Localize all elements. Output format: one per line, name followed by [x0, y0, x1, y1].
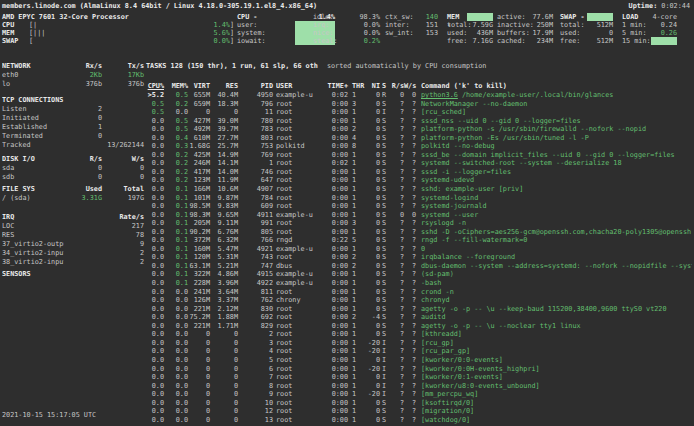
fs-header: FILE SYS	[2, 185, 64, 194]
process-row: 0.0 0.1 63.1M 5.21M 747 dbus 0:00 2 0 S …	[146, 262, 692, 271]
process-command: [kworker/0:1-events]	[421, 373, 692, 382]
swap-panel: SWAP - total:512M used:0 free:512M	[560, 13, 613, 45]
process-command: systemd-logind	[421, 194, 692, 203]
mem-gauge: MEM[|||5.6%]	[2, 29, 234, 37]
filesystem-panel: FILE SYSUsedTotal / (sda) 3.31G 197G	[2, 185, 144, 203]
process-table-header: CPU% MEM% VIRT RES PID USER TIME+ THR NI…	[146, 82, 692, 91]
swap-gauge-bar	[33, 37, 213, 45]
process-command: 0	[421, 245, 692, 254]
process-row: 0.0 0.0 0 0 10 root 0:00 1 0 S ? ? [ksof…	[146, 399, 692, 408]
host-title: members.linode.com (AlmaLinux 8.4 64bit …	[2, 2, 317, 10]
sidebar-row: sdb 0 0	[2, 173, 144, 182]
process-row: 0.0 0.2 425M 14.9M 769 root 0:00 1 0 S ?…	[146, 151, 692, 160]
mem-percent-block	[467, 13, 493, 21]
process-command: NetworkManager --no-daemon	[421, 100, 692, 109]
process-row: 0.0 0.0 0 0 13 root 0:00 1 0 S ? ? [watc…	[146, 416, 692, 425]
process-command: polkitd --no-debug	[421, 142, 692, 151]
process-row: 0.0 0.0 0 0 4 root 0:00 1 -20 I ? ? [rcu…	[146, 347, 692, 356]
process-command: systemd-journald	[421, 202, 692, 211]
process-row: 0.0 0.1 322M 4.86M 4915 example-u 0:00 1…	[146, 270, 692, 279]
sort-info: sorted automatically by CPU consumption	[327, 62, 487, 70]
process-command: (sd-pam)	[421, 270, 692, 279]
irq-header: IRQ	[2, 213, 64, 222]
process-row: 0.0 0.5 427M 39.0M 780 root 0:00 1 0 S ?…	[146, 117, 692, 126]
sidebar-row: Established 1	[2, 123, 144, 132]
cpu-idle-panel: idle:98.3% irq:0.0% nice:0.0% steal:0.2%	[313, 13, 380, 45]
process-command: [watchdog/0]	[421, 416, 692, 425]
process-command: [kworker/0:0-events]	[421, 356, 692, 365]
process-command: systemd --user	[421, 211, 692, 220]
process-command: [rcu_gp]	[421, 339, 692, 348]
process-command: [kthreadd]	[421, 330, 692, 339]
disk-io-panel: DISK I/OR/sW/s sda 0 0 sdb 0 0	[2, 155, 144, 182]
sidebar-row: lo 376b 376b	[2, 80, 144, 89]
process-row: 0.0 0.0 0 0 6 root 0:00 1 -20 I ? ? [kwo…	[146, 365, 692, 374]
process-row: 0.0 0.0 0 0 5 root 0:00 1 0 I ? ? [kwork…	[146, 356, 692, 365]
process-command: agetty -o -p -- \u --noclear tty1 linux	[421, 322, 692, 331]
process-command: crond -n	[421, 288, 692, 297]
process-row: 0.0 0.1 166M 10.6M 4907 root 0:00 1 0 S …	[146, 185, 692, 194]
process-row: 0.5 0.2 659M 18.3M 796 root 0:00 3 0 S ?…	[146, 100, 692, 109]
tasks-summary: TASKS 128 (150 thr), 1 run, 61 slp, 66 o…	[146, 62, 692, 70]
sidebar-row: / (sda) 3.31G 197G	[2, 194, 144, 203]
process-row: 0.0 0.1 160M 5.47M 4921 example-u 0:00 1…	[146, 245, 692, 254]
sidebar-row: 37_virtio2-output.1 9	[2, 240, 144, 249]
process-row: 0.0 0.0 221M 1.71M 829 root 0:00 1 0 S ?…	[146, 322, 692, 331]
process-row: 0.5 0.0 0 0 11 root 0:00 1 0 I ? ? [rcu_…	[146, 108, 692, 117]
process-command: python3.6 /home/example-user/.local/bin/…	[421, 91, 692, 100]
load-panel: LOAD4-core 1 min:0.24 5 min:0.26 15 min:	[622, 13, 677, 45]
process-command: [kworker/u8:0-events_unbound]	[421, 382, 692, 391]
sidebar-row: Initiated 0	[2, 114, 144, 123]
process-row: 0.0 0.1 98.5M 9.83M 609 root 0:00 1 0 S …	[146, 202, 692, 211]
cpu-model: AMD EPYC 7601 32-Core Processor	[2, 13, 129, 21]
irq-panel: IRQRate/s LOC 217 RES 78 37_virtio2-outp…	[2, 213, 144, 267]
process-row: 0.0 0.5 492M 39.7M 783 root 0:00 2 0 S ?…	[146, 125, 692, 134]
process-row: 0.0 0.3 1.68G 25.7M 753 polkitd 0:00 8 0…	[146, 142, 692, 151]
quicklook-gauges: CPU[|1.4%] MEM[|||5.6%] SWAP[0.0%]	[2, 21, 234, 45]
process-command: [ksoftirqd/0]	[421, 399, 692, 408]
process-command: systemd-udevd	[421, 176, 692, 185]
network-panel: NETWORKRx/sTx/s eth0 2Kb 17Kb lo 376b 37…	[2, 62, 144, 89]
process-command: [rcu_sched]	[421, 108, 692, 117]
left-sidebar: NETWORKRx/sTx/s eth0 2Kb 17Kb lo 376b 37…	[2, 62, 144, 279]
glances-terminal: members.linode.com (AlmaLinux 8.4 64bit …	[0, 0, 694, 426]
process-command: systemd --switched-root --system --deser…	[421, 159, 692, 168]
process-row: 0.0 0.1 120M 5.31M 743 root 0:00 2 0 S ?…	[146, 253, 692, 262]
process-command: [migration/0]	[421, 407, 692, 416]
process-row: 0.0 0.0 0 0 2 root 0:00 1 0 S ? ? [kthre…	[146, 330, 692, 339]
cpu-gauge: CPU[|1.4%]	[2, 21, 234, 29]
process-row: 0.0 0.0 0 0 12 root 0:00 1 0 S ? ? [migr…	[146, 407, 692, 416]
sidebar-row: Listen 2	[2, 105, 144, 114]
swap-gauge: SWAP[0.0%]	[2, 37, 234, 45]
load15-block	[651, 37, 677, 45]
uptime: Uptime: 0:02:44	[629, 2, 690, 10]
uptime-value: 0:02:44	[661, 2, 690, 10]
process-rows: >5.2 0.5 655M 40.4M 4950 example-u 0:02 …	[146, 91, 692, 424]
process-row: 0.0 0.1 372M 6.32M 766 rngd 0:22 5 0 S ?…	[146, 236, 692, 245]
process-row: 0.0 0.0 0 0 8 root 0:00 1 0 I ? ? [kwork…	[146, 382, 692, 391]
process-row: >5.2 0.5 655M 40.4M 4950 example-u 0:02 …	[146, 91, 692, 100]
process-command: rsyslogd -n	[421, 219, 692, 228]
process-command: irqbalance --foreground	[421, 253, 692, 262]
process-command: agetty -o -p -- \u --keep-baud 115200,38…	[421, 305, 692, 314]
process-row: 0.0 0.2 417M 14.0M 746 root 0:00 1 0 S ?…	[146, 168, 692, 177]
sidebar-row: Terminated 0	[2, 132, 144, 141]
process-row: 0.0 0.0 221M 2.12M 830 root 0:00 1 0 S ?…	[146, 305, 692, 314]
sensors-panel: SENSORS	[2, 270, 144, 279]
tcp-connections-panel: TCP CONNECTIONS Listen 2 Initiated 0 Est…	[2, 96, 144, 150]
process-row: 0.0 0.0 241M 3.64M 811 root 0:00 1 0 S ?…	[146, 288, 692, 297]
process-row: 0.0 0.1 205M 9.11M 991 root 0:00 3 0 S ?…	[146, 219, 692, 228]
disk-header: DISK I/O	[2, 155, 64, 164]
sidebar-row: 38_virtio2-input.2 2	[2, 258, 144, 267]
process-row: 0.0 0.2 123M 11.9M 647 root 0:00 1 0 S ?…	[146, 176, 692, 185]
sidebar-row: RES 78	[2, 231, 144, 240]
process-command: auditd	[421, 313, 692, 322]
swap-percent-block	[587, 13, 613, 21]
process-table: TASKS 128 (150 thr), 1 run, 61 slp, 66 o…	[146, 62, 692, 424]
process-command: [mm_percpu_wq]	[421, 390, 692, 399]
sort-column-cpu: CPU%	[146, 82, 164, 91]
cpu-ctx-panel: ctx_sw:140 inter:151 sw_int:153	[385, 13, 438, 37]
sensors-header: SENSORS	[2, 270, 64, 279]
process-row: 0.0 0.0 126M 3.37M 762 chrony 0:00 1 0 S…	[146, 296, 692, 305]
clock: 2021-10-15 15:17:05 UTC	[2, 411, 96, 419]
